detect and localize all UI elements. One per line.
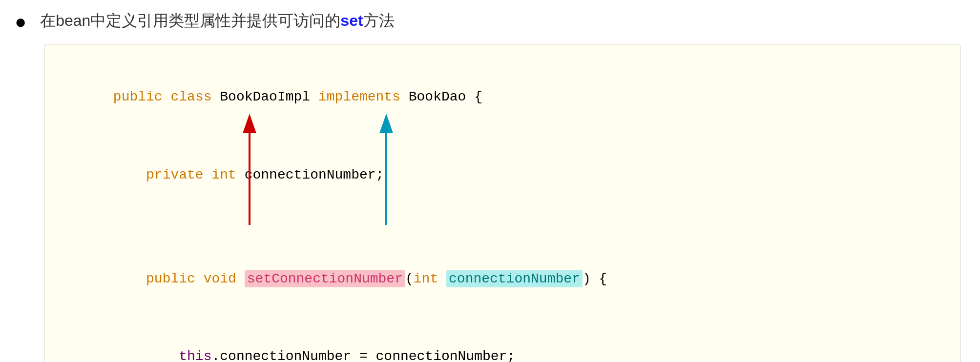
code-block-java: public class BookDaoImpl implements Book… — [44, 44, 960, 362]
java-line-1: public class BookDaoImpl implements Book… — [64, 58, 940, 136]
java-line-4: public void setConnectionNumber(int conn… — [64, 240, 940, 318]
bullet-dot-1: ● — [15, 8, 26, 35]
page-wrapper: ● 在bean中定义引用类型属性并提供可访问的set方法 — [15, 10, 965, 362]
bullet-item-1: ● 在bean中定义引用类型属性并提供可访问的set方法 — [15, 10, 965, 35]
method-highlight: setConnectionNumber — [245, 270, 405, 287]
java-line-3 — [64, 214, 940, 240]
set-bold: set — [340, 12, 363, 29]
bullet-text-1: 在bean中定义引用类型属性并提供可访问的set方法 — [40, 10, 394, 32]
java-line-2: private int connectionNumber; — [64, 136, 940, 214]
java-line-5: this.connectionNumber = connectionNumber… — [64, 318, 940, 362]
param-highlight: connectionNumber — [446, 270, 583, 287]
